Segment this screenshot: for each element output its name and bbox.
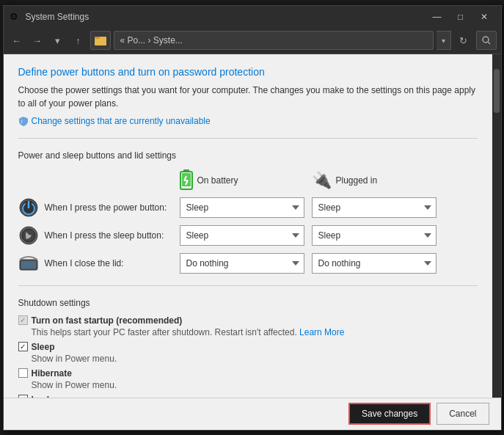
lid-plugged-dropdown[interactable]: Do nothing Sleep Hibernate Shut down [312,253,437,274]
svg-point-2 [483,37,489,43]
refresh-button[interactable]: ↻ [454,31,473,50]
hibernate-item: Hibernate Show in Power menu. [18,368,478,390]
sleep-item: ✓ Sleep Show in Power menu. [18,342,478,364]
grid-header-row: On battery 🔌 Plugged in [18,169,478,191]
power-plugged-dropdown[interactable]: Sleep Hibernate Shut down Do nothing [312,197,437,218]
lock-checkbox[interactable]: ✓ [18,395,28,398]
lock-checkbox-row: ✓ Lock [18,395,152,398]
up-button[interactable]: ↑ [70,32,87,49]
scrollbar-thumb[interactable] [494,69,500,113]
address-text: « Po... › Syste... [120,35,183,45]
sleep-button-icon [18,225,39,246]
sleep-button-label: When I press the sleep button: [45,230,164,241]
hibernate-checkbox-row: Hibernate [18,368,117,379]
back-button[interactable]: ← [8,32,26,49]
sleep-plugged-dropdown-wrapper: Sleep Hibernate Shut down Do nothing [312,225,437,246]
main-content: Define power buttons and turn on passwor… [4,54,492,398]
settings-link[interactable]: i Change settings that are currently una… [18,116,478,126]
cancel-button[interactable]: Cancel [437,403,489,425]
plugged-column-header: 🔌 Plugged in [312,171,444,190]
window-title: System Settings [26,12,426,22]
power-buttons-section-title: Power and sleep buttons and lid settings [18,150,478,161]
hibernate-checkbox[interactable] [18,368,28,378]
battery-column-icon [180,169,193,191]
power-button-row: When I press the power button: Sleep Hib… [18,197,478,218]
sleep-shutdown-label: Sleep [32,342,55,352]
dropdown-button[interactable]: ▾ [49,32,67,49]
power-battery-dropdown-wrapper: Sleep Hibernate Shut down Do nothing [180,197,304,218]
main-window: ⚙ System Settings — □ ✕ ← → ▾ ↑ « Po... … [3,5,502,431]
power-button-label: When I press the power button: [45,202,167,213]
sleep-label-area: When I press the sleep button: [18,225,180,246]
lid-battery-dropdown-wrapper: Do nothing Sleep Hibernate Shut down [180,253,304,274]
lid-battery-dropdown[interactable]: Do nothing Sleep Hibernate Shut down [180,253,304,274]
maximize-button[interactable]: □ [450,10,472,24]
address-dropdown[interactable]: ▾ [437,31,451,50]
lid-plugged-dropdown-wrapper: Do nothing Sleep Hibernate Shut down [312,253,437,274]
address-path[interactable]: « Po... › Syste... [114,31,434,50]
lid-label-area: When I close the lid: [18,253,180,274]
close-button[interactable]: ✕ [473,10,495,24]
shield-icon: i [18,116,29,126]
minimize-button[interactable]: — [426,10,448,24]
learn-more-link[interactable]: Learn More [299,327,344,337]
sleep-battery-dropdown[interactable]: Sleep Hibernate Shut down Do nothing [180,225,304,246]
settings-grid: On battery 🔌 Plugged in [18,169,478,274]
hibernate-sublabel: Show in Power menu. [18,380,117,390]
window-controls: — □ ✕ [426,10,495,24]
fast-startup-sublabel: This helps start your PC faster after sh… [18,327,345,337]
sleep-plugged-dropdown[interactable]: Sleep Hibernate Shut down Do nothing [312,225,437,246]
sleep-battery-dropdown-wrapper: Sleep Hibernate Shut down Do nothing [180,225,304,246]
power-button-icon [18,197,39,218]
content-area: Define power buttons and turn on passwor… [4,54,501,398]
lid-close-row: When I close the lid: Do nothing Sleep H… [18,253,478,274]
window-icon: ⚙ [10,11,21,23]
fast-startup-checkbox[interactable]: ✓ [18,315,28,325]
fast-startup-row: ✓ Turn on fast startup (recommended) [18,315,345,326]
shutdown-section-title: Shutdown settings [18,298,478,308]
battery-col-label: On battery [197,175,238,186]
page-title: Define power buttons and turn on passwor… [18,66,478,78]
bottom-bar: Save changes Cancel [4,398,501,430]
power-battery-dropdown[interactable]: Sleep Hibernate Shut down Do nothing [180,197,304,218]
power-plugged-dropdown-wrapper: Sleep Hibernate Shut down Do nothing [312,197,437,218]
svg-rect-1 [95,37,100,39]
power-label-area: When I press the power button: [18,197,180,218]
plug-icon: 🔌 [312,171,332,190]
sleep-sublabel: Show in Power menu. [18,354,117,364]
svg-rect-16 [21,261,36,268]
section-divider-middle [18,285,478,286]
plugged-col-label: Plugged in [336,175,378,186]
lock-label: Lock [32,395,52,398]
scrollbar-track [492,54,501,398]
forward-button[interactable]: → [29,32,46,49]
sleep-checkbox[interactable]: ✓ [18,342,28,351]
lid-close-label: When I close the lid: [45,258,124,268]
fast-startup-label: Turn on fast startup (recommended) [32,315,183,326]
svg-line-3 [488,42,490,44]
sleep-checkbox-row: ✓ Sleep [18,342,117,352]
lid-close-icon [18,253,39,274]
battery-column-header: On battery [180,169,312,191]
lock-item: ✓ Lock Show in account picture menu. [18,395,478,398]
folder-icon [90,31,111,50]
hibernate-label: Hibernate [32,368,72,379]
section-divider-top [18,138,478,139]
settings-link-text: Change settings that are currently unava… [32,116,211,126]
title-bar: ⚙ System Settings — □ ✕ [4,6,501,28]
page-subtitle: Choose the power settings that you want … [18,84,478,110]
fast-startup-item: ✓ Turn on fast startup (recommended) Thi… [18,315,478,337]
save-changes-button[interactable]: Save changes [348,403,431,425]
search-bar[interactable] [476,31,497,50]
sleep-button-row: When I press the sleep button: Sleep Hib… [18,225,478,246]
address-bar: ← → ▾ ↑ « Po... › Syste... ▾ ↻ [4,28,501,54]
